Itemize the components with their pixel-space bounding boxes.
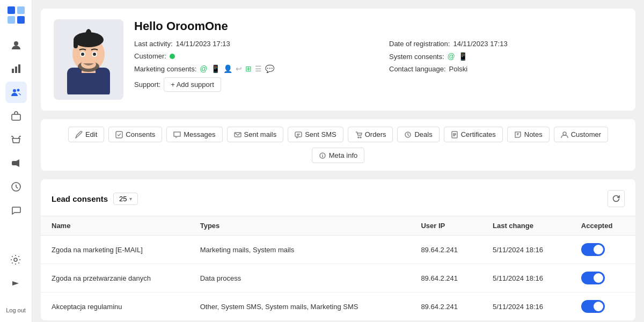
cell-user-ip: 89.64.2.241: [410, 292, 482, 321]
refresh-icon: [612, 194, 620, 203]
col-accepted: Accepted: [570, 216, 635, 236]
mail-icon: [234, 131, 241, 138]
count-badge[interactable]: 25 ▾: [113, 193, 137, 205]
sent-sms-button[interactable]: Sent SMS: [288, 127, 343, 142]
svg-rect-2: [8, 16, 15, 24]
svg-rect-5: [12, 69, 14, 73]
sidebar-item-chat[interactable]: [5, 200, 27, 221]
svg-point-21: [81, 53, 84, 56]
sidebar-item-chart[interactable]: [5, 58, 27, 79]
sidebar-item-briefcase[interactable]: [5, 105, 27, 127]
refresh-button[interactable]: [608, 190, 625, 207]
consents-table: Name Types User IP Last change Accepted …: [41, 216, 635, 320]
cell-accepted: [570, 236, 635, 264]
col-types: Types: [189, 216, 411, 236]
svg-rect-7: [18, 64, 20, 73]
table-title-area: Lead consents 25 ▾: [52, 193, 138, 205]
customer-status-dot: [170, 54, 175, 59]
date-registration-label: Date of registration:: [389, 40, 450, 48]
table-row: Akceptacja regulaminu Other, System SMS,…: [41, 292, 635, 321]
cell-last-change: 5/11/2024 18:16: [482, 292, 570, 321]
messages-icon: [173, 131, 181, 138]
main-content: Hello OroomOne Last activity: 14/11/2023…: [32, 0, 644, 322]
system-consents-label: System consents:: [389, 53, 444, 61]
sidebar-item-settings[interactable]: [5, 249, 26, 270]
sidebar-item-avatar[interactable]: [5, 34, 27, 56]
consent-share-icon: ↩: [236, 64, 242, 73]
system-consent-icons: @ 📱: [448, 52, 467, 61]
col-name: Name: [41, 216, 189, 236]
notes-button[interactable]: Notes: [507, 127, 550, 142]
system-consent-phone-icon: 📱: [458, 52, 467, 61]
table-header: Name Types User IP Last change Accepted: [41, 216, 635, 236]
meta-info-button[interactable]: Meta info: [312, 148, 364, 163]
sidebar-item-megaphone[interactable]: [5, 152, 27, 174]
consents-button[interactable]: Consents: [108, 127, 162, 142]
action-row-primary: Edit Consents Messages Sent mails Sent S…: [68, 127, 608, 142]
profile-name: Hello OroomOne: [134, 19, 623, 33]
support-label: Support:: [134, 80, 160, 89]
svg-point-4: [14, 41, 18, 46]
contact-language-value: Polski: [449, 65, 468, 73]
cell-last-change: 5/11/2024 18:16: [482, 236, 570, 264]
accepted-toggle[interactable]: [581, 272, 605, 284]
sidebar-item-flag[interactable]: [5, 275, 26, 296]
svg-rect-3: [17, 16, 25, 24]
svg-point-12: [14, 258, 17, 261]
cell-types: Other, System SMS, System mails, Marketi…: [189, 292, 411, 321]
svg-rect-6: [15, 67, 17, 73]
system-consent-email-icon: @: [448, 52, 455, 61]
logout-button[interactable]: Log out: [4, 305, 28, 316]
col-user-ip: User IP: [410, 216, 482, 236]
consent-table-icon: ⊞: [245, 64, 252, 73]
svg-rect-1: [17, 6, 25, 14]
contact-language-label: Contact language:: [389, 65, 446, 73]
consent-chat-icon: 💬: [265, 64, 274, 73]
svg-rect-17: [74, 40, 78, 48]
meta-info-icon: [319, 152, 326, 159]
avatar-box: [54, 19, 123, 100]
cell-last-change: 5/11/2024 18:16: [482, 264, 570, 292]
svg-point-29: [360, 137, 361, 138]
deals-button[interactable]: Deals: [397, 127, 439, 142]
consent-email-icon: @: [200, 64, 207, 73]
last-activity-value: 14/11/2023 17:13: [176, 40, 230, 48]
support-row: Support: + Add support: [134, 77, 368, 92]
svg-point-32: [563, 132, 566, 135]
accepted-toggle[interactable]: [581, 300, 605, 313]
customer-row: Customer:: [134, 52, 368, 60]
accepted-toggle[interactable]: [581, 243, 605, 256]
avatar-image: [59, 25, 118, 94]
cell-types: Marketing mails, System mails: [189, 236, 411, 264]
sidebar-item-contacts[interactable]: [5, 82, 27, 103]
cell-accepted: [570, 264, 635, 292]
orders-icon: [355, 131, 362, 138]
sent-mails-button[interactable]: Sent mails: [227, 127, 284, 142]
sidebar-item-basket[interactable]: [5, 129, 27, 150]
logo[interactable]: [8, 6, 25, 24]
lead-consents-card: Lead consents 25 ▾ Name Types User IP: [41, 179, 635, 320]
add-support-button[interactable]: + Add support: [164, 77, 221, 92]
certificates-button[interactable]: Certificates: [444, 127, 503, 142]
edit-icon: [75, 131, 83, 138]
customer-label: Customer:: [134, 52, 166, 60]
action-bar: Edit Consents Messages Sent mails Sent S…: [41, 119, 635, 171]
cell-name: Zgoda na marketing [E-MAIL]: [41, 236, 189, 264]
notes-icon: [514, 131, 522, 138]
orders-button[interactable]: Orders: [348, 127, 393, 142]
profile-card: Hello OroomOne Last activity: 14/11/2023…: [41, 9, 635, 111]
marketing-consent-icons: @ 📱 👤 ↩ ⊞ ☰ 💬: [200, 64, 274, 73]
consents-icon: [115, 131, 123, 138]
marketing-consents-row: Marketing consents: @ 📱 👤 ↩ ⊞ ☰ 💬: [134, 64, 368, 73]
edit-button[interactable]: Edit: [68, 127, 104, 142]
svg-point-9: [17, 89, 19, 92]
messages-button[interactable]: Messages: [166, 127, 222, 142]
svg-rect-10: [12, 114, 20, 120]
sidebar-item-history[interactable]: [5, 176, 27, 197]
sms-icon: [295, 131, 302, 138]
cell-name: Akceptacja regulaminu: [41, 292, 189, 321]
consents-table-body: Zgoda na marketing [E-MAIL] Marketing ma…: [41, 236, 635, 321]
customer-button[interactable]: Customer: [554, 127, 608, 142]
consent-phone-icon: 📱: [211, 64, 220, 73]
consent-user-icon: 👤: [223, 64, 232, 73]
